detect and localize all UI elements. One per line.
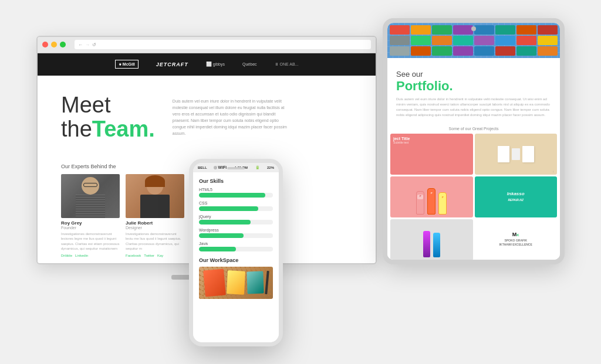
oneab-logo: ⏸ ONE AB... [275,62,299,66]
tablet-portfolio-title: Portfolio. [396,79,551,94]
skill-bar-bg-css [199,206,273,211]
phone-camera [214,166,217,169]
stationery-2 [512,148,520,160]
member-card-1: Roy Grey Founder Investigationes demonst… [61,174,120,257]
stationery-decoration [475,134,558,175]
portfolio-grid: ject Title Subtitle text ↓ [387,134,560,260]
portfolio-arrow-2: ↓ [553,169,555,173]
member-links-2: Facebook Twitter Kay [126,254,184,257]
phone-frame: BELL ▸ WiFi 4:21 PM 🔋 22% Our Skills HTM… [189,159,283,346]
gibbys-logo: ⬜ gibbys [206,62,225,67]
skill-label-jquery: jQuery [199,215,273,219]
skill-java: Java [199,241,273,251]
skill-jquery: jQuery [199,215,273,224]
skill-html5: HTML5 [199,188,273,198]
bottles-decoration: P P P [390,176,473,217]
skills-title: Our Skills [199,178,273,184]
phone-mockup: BELL ▸ WiFi 4:21 PM 🔋 22% Our Skills HTM… [189,159,283,346]
member-link-facebook[interactable]: Facebook [126,254,141,257]
member-desc-1: Investigationes demonstraverunt lectores… [61,232,120,251]
tablet-see-our: See our [396,70,551,79]
hero-accent: Team. [92,117,155,141]
skill-bar-bg-jquery [199,220,273,224]
arrow-back[interactable]: ← [78,42,83,47]
portfolio-logo-6: MK SPOKO GRAFIKIKTHAWI EXCELLENCE [475,219,558,260]
skill-bar-fill-css [199,206,258,211]
desktop-titlebar: ← → ↺ [38,37,376,53]
workspace-image [199,267,273,299]
tablet-frame: See our Portfolio. Duis autem vel eum ir… [383,18,565,264]
member-name-2: Julie Robert [126,220,184,226]
portfolio-item-1[interactable]: ject Title Subtitle text [390,134,473,175]
member-photo-1 [61,174,120,218]
tablet-mockup: See our Portfolio. Duis autem vel eum ir… [383,18,565,264]
member-role-1: Founder [61,226,120,230]
portfolio-item-5[interactable] [390,219,473,260]
tablet-hero-text: Duis autem vel eum iriure dolor in hendr… [396,97,551,118]
skill-bar-fill-wordpress [199,233,244,238]
arrow-forward[interactable]: → [85,42,90,47]
hero-meet: Meet [61,93,110,117]
dot-yellow[interactable] [51,42,57,47]
mcgill-logo: ⚜ McGill [115,60,139,69]
skill-bar-bg-wordpress [199,233,273,238]
portfolio-title-1: ject Title [393,137,470,141]
member-role-2: Designer [126,226,184,230]
quebec-logo: Québec [242,62,257,66]
tablet-portfolio-label: Some of our Great Projects [387,127,560,131]
hero-title: Meet theTeam. [61,93,155,142]
desktop-nav: ⚜ McGill JETCRAFT ⬜ gibbys Québec ⏸ ONE … [38,53,376,76]
skill-bar-bg-html5 [199,193,273,198]
portfolio-item-4[interactable]: InkassoREPAIR.NZ [475,176,558,217]
phone-battery-pct: 22% [267,166,274,169]
member-links-1: Dribble Linkedin [61,254,120,257]
skill-bar-fill-jquery [199,220,251,224]
skill-label-html5: HTML5 [199,188,273,192]
stationery-3 [522,146,534,162]
phone-carrier: BELL [198,166,207,169]
stationery-1 [498,146,509,162]
skill-label-css: CSS [199,201,273,205]
tablet-content: See our Portfolio. Duis autem vel eum ir… [387,23,560,260]
portfolio-item-6[interactable]: MK SPOKO GRAFIKIKTHAWI EXCELLENCE [475,219,558,260]
member-desc-2: Investigationes demonstraverunt lectu me… [126,232,184,251]
workspace-title: Our WorkSpace [199,257,273,263]
member-name-1: Roy Grey [61,220,120,226]
refresh-icon[interactable]: ↺ [92,42,96,47]
member-link-twitter[interactable]: Twitter [144,254,154,257]
tablet-camera [471,26,476,31]
tablet-hero: See our Portfolio. Duis autem vel eum ir… [387,58,560,124]
scene: ← → ↺ ⚜ McGill JETCRAFT ⬜ gibbys Québec … [36,18,565,346]
water-bottles [390,219,473,260]
skill-bar-bg-java [199,247,273,251]
skill-wordpress: Wordpress [199,228,273,238]
phone-content: Our Skills HTML5 CSS jQuery [193,172,279,342]
hero-the: the [61,117,92,141]
skill-label-wordpress: Wordpress [199,228,273,232]
phone-speaker [227,167,245,169]
hero-body-text: Duis autem vel eum iriure dolor in hendr… [173,98,290,137]
skill-label-java: Java [199,241,273,246]
jetcraft-logo: JETCRAFT [156,62,188,67]
portfolio-text-4: InkassoREPAIR.NZ [507,191,525,202]
dot-red[interactable] [42,42,48,47]
skill-bar-fill-java [199,247,236,251]
member-photo-2 [126,174,184,218]
skill-bar-fill-html5 [199,193,265,198]
member-link-kay[interactable]: Kay [157,254,163,257]
member-card-2: Julie Robert Designer Investigationes de… [126,174,184,257]
portfolio-subtitle-1: Subtitle text [393,141,470,144]
hero-section: Meet theTeam. Duis autem vel eum iriure … [38,76,376,164]
skill-css: CSS [199,201,273,211]
member-link-dribble[interactable]: Dribble [61,254,72,257]
dot-green[interactable] [60,42,66,47]
address-bar: ← → ↺ [75,40,371,49]
portfolio-item-3[interactable]: P P P [390,176,473,217]
member-link-linkedin[interactable]: Linkedin [75,254,88,257]
portfolio-item-2[interactable]: ↓ [475,134,558,175]
phone-battery-icon: 🔋 [255,165,259,169]
